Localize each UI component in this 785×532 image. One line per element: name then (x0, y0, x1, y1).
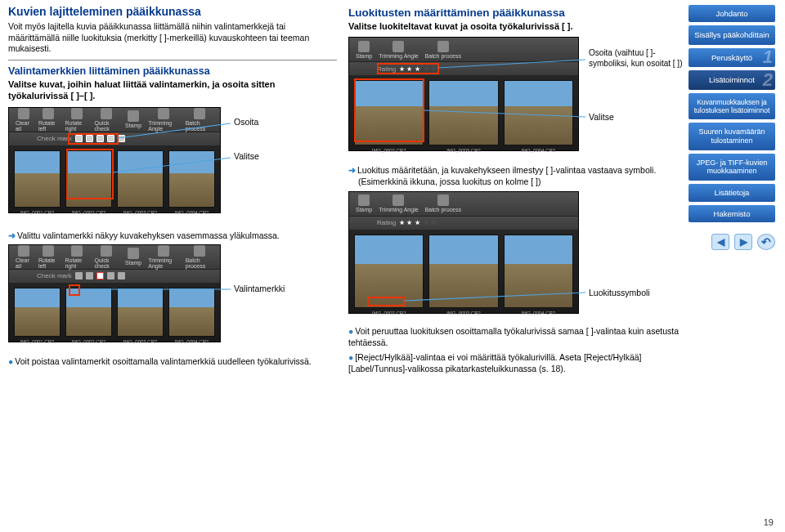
thumbnail: IMG_0004.CR2 (168, 150, 215, 208)
highlight-rating-thumb (354, 78, 424, 142)
heading-ratings: Luokitusten määrittäminen pääikkunassa (348, 7, 682, 19)
toolbar-rotl: Rotate left (38, 108, 59, 132)
callout-osoita-rating: Osoita (vaihtuu [ ]-symboliksi, kun osoi… (589, 48, 685, 69)
sidebar-basic[interactable]: Peruskäyttö1 (689, 48, 775, 67)
sidebar-index[interactable]: Hakemisto (689, 205, 775, 222)
callout-osoita: Osoita (234, 117, 258, 127)
screenshot-ratings-result: Stamp Trimming Angle Batch process Ratin… (348, 191, 579, 314)
highlight-mark-corner (69, 284, 80, 296)
app-toolbar: Clear all Rotate left Rotate right Quick… (9, 108, 220, 132)
nav-back[interactable]: ↶ (757, 234, 775, 250)
callout-valitse-rating: Valitse (589, 112, 614, 122)
nav-prev[interactable]: ◀ (711, 234, 729, 250)
heading-sort: Kuvien lajitteleminen pääikkunassa (8, 5, 337, 18)
highlight-rating-stars (377, 63, 439, 74)
toolbar-clear: Clear all (16, 108, 32, 132)
ratings-note-reject: ●[Reject/Hylkää]-valintaa ei voi määritt… (348, 351, 682, 374)
sidebar-edit-print[interactable]: Kuvanmuokkauksen ja tulostuksen lisätoim… (689, 93, 775, 119)
sidebar-extra[interactable]: Lisätoiminnot2 (689, 70, 775, 89)
toolbar-trim: Trimming Angle (148, 108, 178, 132)
thumbnail: IMG_0001.CR2 (14, 150, 61, 208)
app-toolbar: Clear all Rotate left Rotate right Quick… (9, 245, 220, 270)
sidebar-info[interactable]: Lisätietoja (689, 184, 775, 201)
ratings-note-cancel: ●Voit peruuttaa luokituksen osoittamalla… (348, 325, 682, 348)
callout-luokitussymboli: Luokitussymboli (589, 288, 650, 297)
nav-next[interactable]: ▶ (734, 234, 752, 250)
toolbar-quick: Quick check (95, 108, 119, 132)
marks-remove-note: ●Voit poistaa valintamerkit osoittamalla… (8, 355, 337, 367)
highlight-thumb (66, 149, 114, 199)
ratings-subhead: Valitse luokiteltavat kuvat ja osoita ty… (348, 20, 682, 32)
sidebar-jpeg-tiff[interactable]: JPEG- ja TIFF-kuvien muokkaaminen (689, 154, 775, 181)
toolbar-batch: Batch process (186, 108, 213, 132)
toolbar-stamp: Stamp (125, 110, 141, 128)
ratings-result: ➜Luokitus määritetään, ja kuvakehykseen … (348, 164, 682, 187)
highlight-checkmarks (68, 133, 119, 145)
screenshot-ratings-select: Stamp Trimming Angle Batch process Ratin… (348, 37, 579, 151)
divider (8, 60, 337, 60)
screenshot-marks-result: Clear all Rotate left Rotate right Quick… (8, 244, 221, 342)
callout-valintamerkki: Valintamerkki (234, 284, 285, 293)
marks-subhead: Valitse kuvat, joihin haluat liittää val… (8, 78, 337, 102)
heading-marks: Valintamerkkien liittäminen pääikkunassa (8, 65, 337, 77)
marks-result: ➜Valittu valintamerkki näkyy kuvakehykse… (8, 230, 337, 241)
screenshot-marks-select: Clear all Rotate left Rotate right Quick… (8, 107, 221, 213)
highlight-rating-symbol (367, 297, 405, 306)
page-number: 19 (764, 517, 774, 527)
intro-text: Voit myös lajitella kuvia pääikkunassa l… (8, 21, 337, 55)
sidebar-intro[interactable]: Johdanto (689, 5, 775, 22)
sidebar-toc[interactable]: Sisällys pääkohdittain (689, 25, 775, 44)
callout-valitse: Valitse (234, 151, 259, 161)
thumbnail: IMG_0003.CR2 (117, 150, 164, 208)
sidebar-bulk-print[interactable]: Suuren kuvamäärän tulostaminen (689, 123, 775, 150)
toolbar-rotr: Rotate right (65, 108, 88, 132)
